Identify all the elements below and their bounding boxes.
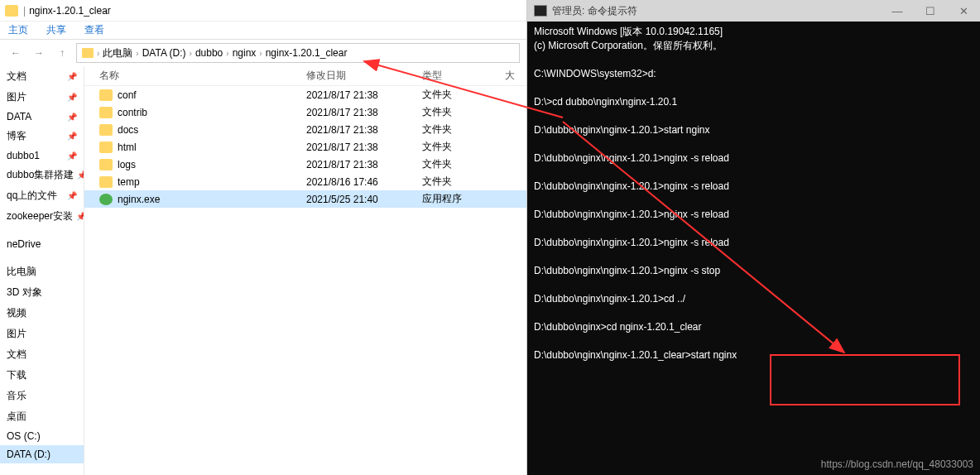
nav-item[interactable]: dubbo1📌 — [0, 146, 84, 165]
nav-item[interactable]: 视频 — [0, 303, 84, 324]
ribbon-share[interactable]: 共享 — [46, 23, 66, 37]
minimize-button[interactable]: — — [881, 0, 914, 22]
chevron-right-icon: › — [136, 49, 138, 58]
folder-icon — [99, 124, 113, 136]
window-title: nginx-1.20.1_clear — [29, 5, 111, 17]
nav-item[interactable]: neDrive — [0, 235, 84, 253]
chevron-right-icon: › — [97, 49, 99, 58]
nav-label: 文档 — [7, 70, 26, 84]
nav-label: 比电脑 — [7, 265, 36, 279]
nav-item[interactable]: DATA (D:) — [0, 445, 84, 463]
col-size[interactable]: 大 — [505, 69, 515, 83]
nav-item[interactable]: OS (C:) — [0, 427, 84, 445]
pin-icon: 📌 — [76, 212, 84, 221]
folder-icon — [99, 107, 113, 118]
nav-label: 桌面 — [7, 410, 26, 424]
nav-label: qq上的文件 — [7, 189, 57, 203]
folder-icon — [5, 5, 18, 17]
maximize-button[interactable]: ☐ — [914, 0, 947, 22]
nav-label: 博客 — [7, 129, 26, 143]
ribbon-home[interactable]: 主页 — [8, 23, 28, 37]
crumb-drive[interactable]: DATA (D:) — [142, 47, 186, 59]
file-date: 2021/8/17 21:38 — [306, 159, 422, 170]
forward-button[interactable]: → — [30, 44, 48, 62]
nav-item[interactable]: DATA📌 — [0, 108, 84, 126]
nav-item[interactable]: 音乐 — [0, 386, 84, 406]
file-row[interactable]: contrib2021/8/17 21:38文件夹 — [84, 103, 526, 121]
address-bar-row: ← → ↑ › 此电脑 › DATA (D:) › dubbo › nginx … — [0, 40, 526, 66]
nav-item[interactable]: 图片 — [0, 324, 84, 344]
pin-icon: 📌 — [67, 93, 77, 102]
crumb-dubbo[interactable]: dubbo — [195, 47, 223, 59]
file-list-pane: 名称 修改日期 类型 大 conf2021/8/17 21:38文件夹contr… — [84, 66, 526, 475]
nav-label: DATA (D:) — [7, 449, 50, 460]
nav-label: 视频 — [7, 306, 26, 320]
cmd-icon — [534, 5, 547, 17]
file-row[interactable]: logs2021/8/17 21:38文件夹 — [84, 156, 526, 173]
file-date: 2021/8/16 17:46 — [306, 176, 422, 188]
nav-item[interactable]: 博客📌 — [0, 126, 84, 146]
window-controls: — ☐ ✕ — [881, 0, 980, 22]
nav-item[interactable]: qq上的文件📌 — [0, 185, 84, 206]
file-name: docs — [118, 124, 138, 136]
nav-item[interactable]: 比电脑 — [0, 261, 84, 282]
pin-icon: 📌 — [67, 132, 77, 141]
terminal-output[interactable]: Microsoft Windows [版本 10.0.19042.1165] (… — [527, 22, 980, 366]
nav-item[interactable]: 文档 — [0, 344, 84, 365]
back-button[interactable]: ← — [7, 44, 25, 62]
file-type: 文件夹 — [422, 122, 505, 137]
file-date: 2021/8/17 21:38 — [306, 107, 422, 118]
file-name: logs — [118, 159, 136, 170]
nav-item[interactable]: 下载 — [0, 365, 84, 386]
nav-label: dubbo1 — [7, 150, 40, 161]
folder-icon — [99, 142, 113, 153]
col-name[interactable]: 名称 — [99, 69, 306, 83]
nav-item[interactable]: zookeeper安装📌 — [0, 206, 84, 227]
crumb-folder[interactable]: nginx-1.20.1_clear — [266, 47, 348, 59]
ribbon-tabs: 主页 共享 查看 — [0, 22, 526, 40]
window-title-bar[interactable]: | nginx-1.20.1_clear — [0, 0, 526, 22]
file-name: conf — [118, 89, 137, 101]
pin-icon: 📌 — [67, 113, 77, 122]
file-row[interactable]: conf2021/8/17 21:38文件夹 — [84, 86, 526, 103]
navigation-pane[interactable]: 文档📌图片📌DATA📌博客📌dubbo1📌dubbo集群搭建📌qq上的文件📌zo… — [0, 66, 84, 475]
up-button[interactable]: ↑ — [53, 44, 71, 62]
column-headers[interactable]: 名称 修改日期 类型 大 — [84, 66, 526, 86]
title-sep: | — [23, 5, 26, 17]
watermark: https://blog.csdn.net/qq_48033003 — [821, 458, 973, 470]
file-row[interactable]: docs2021/8/17 21:38文件夹 — [84, 121, 526, 138]
nav-label: 下载 — [7, 368, 26, 382]
file-type: 文件夹 — [422, 140, 505, 154]
pin-icon: 📌 — [67, 151, 77, 161]
breadcrumb[interactable]: › 此电脑 › DATA (D:) › dubbo › nginx › ngin… — [76, 43, 520, 63]
nav-item[interactable] — [0, 227, 84, 235]
col-type[interactable]: 类型 — [422, 69, 505, 83]
nav-item[interactable]: 3D 对象 — [0, 282, 84, 303]
nav-item[interactable]: 图片📌 — [0, 87, 84, 108]
nav-item[interactable]: 桌面 — [0, 406, 84, 427]
nav-item[interactable] — [0, 253, 84, 261]
close-button[interactable]: ✕ — [947, 0, 980, 22]
nav-item[interactable]: dubbo集群搭建📌 — [0, 165, 84, 185]
nav-item[interactable]: 文档📌 — [0, 66, 84, 87]
col-date[interactable]: 修改日期 — [306, 69, 422, 83]
nav-label: neDrive — [7, 238, 41, 250]
file-explorer: | nginx-1.20.1_clear 主页 共享 查看 ← → ↑ › 此电… — [0, 0, 527, 475]
chevron-right-icon: › — [190, 49, 192, 58]
folder-icon — [99, 89, 113, 101]
crumb-pc[interactable]: 此电脑 — [103, 46, 132, 60]
terminal-title: 管理员: 命令提示符 — [552, 4, 637, 18]
file-date: 2021/8/17 21:38 — [306, 124, 422, 136]
file-type: 文件夹 — [422, 105, 505, 119]
nav-label: 文档 — [7, 348, 26, 362]
file-date: 2021/8/17 21:38 — [306, 142, 422, 153]
chevron-right-icon: › — [259, 49, 262, 58]
crumb-nginx[interactable]: nginx — [233, 47, 257, 59]
nav-label: 图片 — [7, 90, 26, 104]
file-row[interactable]: temp2021/8/16 17:46文件夹 — [84, 173, 526, 190]
ribbon-view[interactable]: 查看 — [84, 23, 104, 37]
exe-icon — [99, 194, 113, 205]
file-row[interactable]: html2021/8/17 21:38文件夹 — [84, 138, 526, 156]
file-row[interactable]: nginx.exe2021/5/25 21:40应用程序 — [84, 190, 526, 208]
highlight-box — [770, 354, 960, 405]
